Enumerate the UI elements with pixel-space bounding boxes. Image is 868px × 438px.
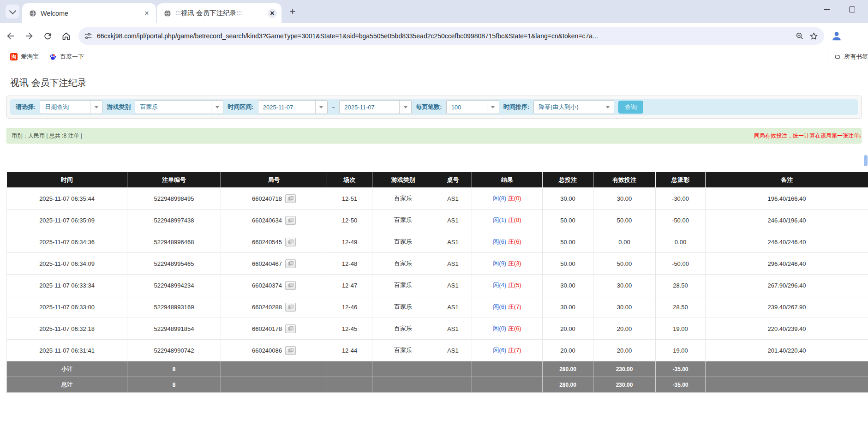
round-cell: 660240718 bbox=[221, 188, 327, 210]
chevron-down-icon bbox=[399, 101, 411, 114]
table-number-cell: AS1 bbox=[434, 296, 472, 318]
note-cell: 296.40/246.40 bbox=[706, 253, 868, 275]
range-separator: ~ bbox=[332, 104, 335, 111]
forward-button[interactable] bbox=[21, 28, 37, 44]
chevron-down-icon bbox=[211, 101, 223, 114]
round-result-image-icon[interactable] bbox=[285, 194, 296, 203]
game-type-cell: 百家乐 bbox=[372, 296, 434, 318]
bet-time-cell: 2025-11-07 06:33:00 bbox=[7, 296, 127, 318]
table-number-cell: AS1 bbox=[434, 275, 472, 296]
bookmark-star-icon[interactable] bbox=[807, 29, 820, 43]
address-bar[interactable]: 66cxkj98.com/ipl/portal.php/game/betreco… bbox=[78, 27, 824, 45]
round-result-image-icon[interactable] bbox=[285, 281, 296, 290]
reload-icon bbox=[43, 31, 53, 41]
bet-id-cell: 522948994234 bbox=[127, 275, 221, 296]
column-header: 总投注 bbox=[543, 172, 593, 188]
chevron-down-icon bbox=[315, 101, 327, 114]
back-button[interactable] bbox=[3, 28, 18, 44]
result-cell: 闲(1) 庄(8) bbox=[472, 210, 543, 231]
round-cell: 660240086 bbox=[221, 340, 327, 361]
zoom-icon[interactable] bbox=[793, 29, 807, 43]
total-row: 总计8280.00230.00-35.00 bbox=[7, 377, 868, 393]
select-label: 请选择: bbox=[16, 103, 36, 111]
home-icon bbox=[61, 31, 71, 41]
table-row: 2025-11-07 06:35:44522948998495660240718… bbox=[7, 188, 868, 210]
tab-search-button[interactable] bbox=[6, 5, 19, 18]
site-settings-icon[interactable] bbox=[84, 32, 92, 40]
page-size-select[interactable]: 100 bbox=[446, 100, 499, 114]
valid-bet-cell: 20.00 bbox=[593, 318, 656, 340]
note-cell: 220.40/239.40 bbox=[706, 318, 868, 340]
result-player: 闲(1) bbox=[493, 216, 506, 223]
game-type-cell: 百家乐 bbox=[372, 231, 434, 253]
bet-id-cell: 522948993169 bbox=[127, 296, 221, 318]
session-cell: 12-44 bbox=[327, 340, 372, 361]
url-text[interactable]: 66cxkj98.com/ipl/portal.php/game/betreco… bbox=[97, 32, 793, 40]
sort-select[interactable]: 降幂(由大到小) bbox=[533, 100, 614, 114]
sort-label: 时间排序: bbox=[503, 103, 529, 111]
date-to-select[interactable]: 2025-11-07 bbox=[339, 100, 412, 114]
total-bet-cell[interactable]: 30.00 bbox=[543, 188, 593, 210]
profile-avatar[interactable] bbox=[830, 29, 844, 43]
bet-id-cell: 522948990742 bbox=[127, 340, 221, 361]
result-cell: 闲(0) 庄(6) bbox=[472, 318, 543, 340]
footer-count-cell: 8 bbox=[127, 361, 221, 377]
result-player: 闲(6) bbox=[493, 303, 506, 310]
round-result-image-icon[interactable] bbox=[285, 346, 296, 355]
total-bet-cell[interactable]: 20.00 bbox=[543, 340, 593, 361]
note-cell: 246.40/196.40 bbox=[706, 210, 868, 231]
bet-time-cell: 2025-11-07 06:32:18 bbox=[7, 318, 127, 340]
browser-window: Welcome × :::视讯 会员下注纪录::: × + bbox=[0, 0, 868, 438]
round-result-image-icon[interactable] bbox=[285, 324, 296, 333]
round-result-image-icon[interactable] bbox=[285, 238, 296, 246]
result-banker: 庄(7) bbox=[508, 303, 521, 310]
round-result-image-icon[interactable] bbox=[285, 303, 296, 312]
close-icon[interactable]: × bbox=[142, 9, 151, 18]
payout-cell: -50.00 bbox=[656, 253, 706, 275]
footer-empty-cell bbox=[472, 361, 543, 377]
new-tab-button[interactable]: + bbox=[286, 5, 299, 18]
table-row: 2025-11-07 06:33:34522948994234660240374… bbox=[7, 275, 868, 296]
search-button[interactable]: 查询 bbox=[618, 101, 643, 114]
total-bet-cell[interactable]: 50.00 bbox=[543, 253, 593, 275]
bookmark-baidu[interactable]: 百度一下 bbox=[49, 53, 84, 61]
reload-button[interactable] bbox=[40, 28, 55, 44]
total-bet-cell[interactable]: 20.00 bbox=[543, 318, 593, 340]
table-row: 2025-11-07 06:34:36522948996468660240545… bbox=[7, 231, 868, 253]
bookmark-label: 百度一下 bbox=[60, 53, 84, 61]
bet-time-cell: 2025-11-07 06:34:36 bbox=[7, 231, 127, 253]
round-result-image-icon[interactable] bbox=[285, 216, 296, 225]
bookmarks-bar: 淘 爱淘宝 百度一下 所有书签 bbox=[0, 49, 868, 65]
footer-empty-cell bbox=[327, 361, 372, 377]
home-button[interactable] bbox=[58, 28, 74, 44]
valid-bet-cell: 50.00 bbox=[593, 210, 656, 231]
total-bet-cell[interactable]: 50.00 bbox=[543, 231, 593, 253]
close-icon[interactable]: × bbox=[268, 9, 277, 18]
minimize-button[interactable] bbox=[824, 9, 830, 10]
total-bet-cell[interactable]: 30.00 bbox=[543, 275, 593, 296]
date-from-value: 2025-11-07 bbox=[258, 104, 315, 111]
game-type-select[interactable]: 百家乐 bbox=[135, 100, 223, 114]
chevron-down-icon bbox=[90, 101, 102, 114]
result-banker: 庄(7) bbox=[508, 347, 521, 354]
round-result-image-icon[interactable] bbox=[285, 259, 296, 268]
round-cell: 660240288 bbox=[221, 296, 327, 318]
table-number-cell: AS1 bbox=[434, 253, 472, 275]
tab-welcome[interactable]: Welcome × bbox=[22, 3, 156, 23]
all-bookmarks-button[interactable]: 所有书签 bbox=[828, 49, 868, 65]
bet-time-cell: 2025-11-07 06:31:41 bbox=[7, 340, 127, 361]
scrollbar-thumb[interactable] bbox=[864, 155, 868, 166]
total-bet-cell[interactable]: 50.00 bbox=[543, 210, 593, 231]
payout-cell: -50.00 bbox=[656, 210, 706, 231]
footer-empty-cell bbox=[221, 361, 327, 377]
table-number-cell: AS1 bbox=[434, 210, 472, 231]
date-from-select[interactable]: 2025-11-07 bbox=[258, 100, 328, 114]
query-type-select[interactable]: 日期查询 bbox=[40, 100, 102, 114]
bookmark-aitaobao[interactable]: 淘 爱淘宝 bbox=[10, 53, 39, 61]
round-cell: 660240634 bbox=[221, 210, 327, 231]
total-bet-cell[interactable]: 30.00 bbox=[543, 296, 593, 318]
table-number-cell: AS1 bbox=[434, 318, 472, 340]
maximize-button[interactable] bbox=[849, 6, 855, 12]
tab-betrecord[interactable]: :::视讯 会员下注纪录::: × bbox=[157, 3, 281, 23]
result-banker: 庄(5) bbox=[508, 282, 521, 288]
